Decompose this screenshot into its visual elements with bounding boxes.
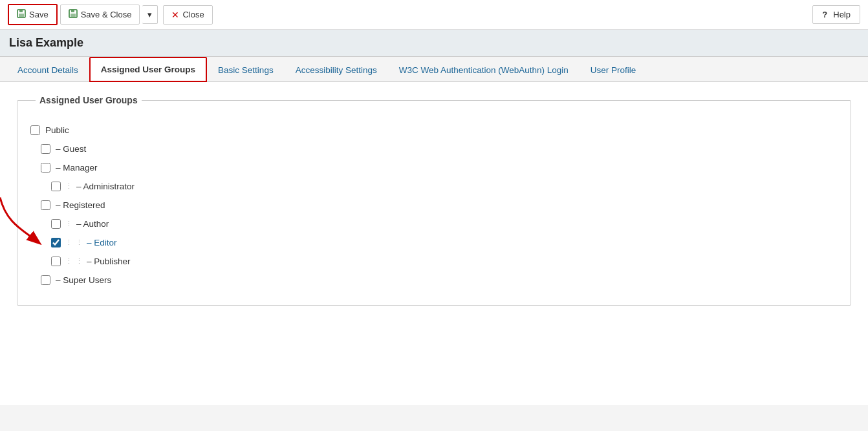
group-item-registered: – Registered bbox=[30, 196, 838, 215]
drag-handle-2-publisher[interactable]: ⋮ bbox=[76, 258, 82, 265]
group-item-public: Public bbox=[30, 121, 838, 140]
tab-basic-settings[interactable]: Basic Settings bbox=[207, 58, 285, 82]
group-label-registered: – Registered bbox=[56, 200, 105, 210]
toolbar-left: Save Save & Close ▾ ✕ Close bbox=[8, 4, 213, 25]
group-item-editor: ⋮⋮– Editor bbox=[30, 233, 838, 252]
help-icon: ? bbox=[822, 10, 827, 19]
group-item-super-users: – Super Users bbox=[30, 271, 838, 289]
group-label-author: – Author bbox=[76, 219, 109, 229]
saveclose-icon bbox=[69, 9, 78, 20]
tab-bar: Account Details Assigned User Groups Bas… bbox=[0, 57, 868, 82]
toolbar: Save Save & Close ▾ ✕ Close ? Help bbox=[0, 0, 868, 30]
drag-handle-1-author[interactable]: ⋮ bbox=[65, 220, 72, 227]
tab-account-details[interactable]: Account Details bbox=[6, 58, 89, 82]
svg-rect-5 bbox=[71, 14, 76, 17]
drag-handle-1-administrator[interactable]: ⋮ bbox=[65, 183, 72, 190]
checkbox-super-users[interactable] bbox=[41, 275, 50, 285]
svg-rect-4 bbox=[71, 10, 74, 12]
group-label-administrator: – Administrator bbox=[76, 182, 135, 191]
save-close-dropdown-button[interactable]: ▾ bbox=[142, 5, 158, 24]
save-label: Save bbox=[29, 10, 49, 19]
fieldset-legend: Assigned User Groups bbox=[36, 95, 142, 105]
help-label: Help bbox=[833, 10, 851, 19]
save-close-button[interactable]: Save & Close bbox=[60, 5, 140, 25]
page-title: Lisa Example bbox=[9, 36, 859, 50]
group-item-guest: – Guest bbox=[30, 140, 838, 158]
tab-webauthn-login[interactable]: W3C Web Authentication (WebAuthn) Login bbox=[388, 58, 580, 82]
group-label-super-users: – Super Users bbox=[56, 275, 111, 285]
toolbar-right: ? Help bbox=[812, 5, 860, 24]
checkbox-editor[interactable] bbox=[51, 238, 61, 247]
drag-handle-1-publisher[interactable]: ⋮ bbox=[65, 258, 72, 265]
help-button[interactable]: ? Help bbox=[812, 5, 860, 24]
checkbox-registered[interactable] bbox=[41, 200, 50, 210]
tab-assigned-user-groups[interactable]: Assigned User Groups bbox=[89, 57, 207, 82]
main-content: Assigned User Groups Public– Guest– Mana… bbox=[0, 82, 868, 405]
group-item-manager: – Manager bbox=[30, 158, 838, 177]
tab-user-profile[interactable]: User Profile bbox=[580, 58, 647, 82]
checkbox-publisher[interactable] bbox=[51, 257, 61, 266]
checkbox-manager[interactable] bbox=[41, 163, 50, 173]
drag-handle-1-editor[interactable]: ⋮ bbox=[65, 239, 72, 246]
group-label-manager: – Manager bbox=[56, 163, 98, 173]
group-item-publisher: ⋮⋮– Publisher bbox=[30, 252, 838, 271]
close-button[interactable]: ✕ Close bbox=[163, 5, 212, 25]
group-label-publisher: – Publisher bbox=[87, 257, 131, 266]
group-label-guest: – Guest bbox=[56, 144, 86, 154]
svg-rect-1 bbox=[19, 10, 23, 12]
page-title-bar: Lisa Example bbox=[0, 30, 868, 57]
save-close-label: Save & Close bbox=[81, 10, 132, 19]
svg-rect-2 bbox=[19, 14, 24, 17]
group-item-administrator: ⋮– Administrator bbox=[30, 177, 838, 196]
drag-handle-2-editor[interactable]: ⋮ bbox=[76, 239, 82, 246]
save-icon bbox=[17, 9, 26, 20]
save-button[interactable]: Save bbox=[8, 4, 58, 25]
group-item-author: ⋮– Author bbox=[30, 215, 838, 233]
close-x-icon: ✕ bbox=[171, 10, 179, 20]
dropdown-arrow-icon: ▾ bbox=[147, 10, 152, 19]
group-list: Public– Guest– Manager⋮– Administrator– … bbox=[30, 121, 838, 289]
checkbox-guest[interactable] bbox=[41, 144, 50, 154]
close-label: Close bbox=[182, 10, 204, 19]
group-label-public: Public bbox=[45, 125, 69, 135]
tab-accessibility-settings[interactable]: Accessibility Settings bbox=[285, 58, 388, 82]
checkbox-author[interactable] bbox=[51, 219, 61, 229]
group-label-editor: – Editor bbox=[87, 238, 117, 247]
checkbox-administrator[interactable] bbox=[51, 182, 61, 191]
checkbox-public[interactable] bbox=[30, 125, 40, 135]
assigned-user-groups-fieldset: Assigned User Groups Public– Guest– Mana… bbox=[17, 95, 851, 306]
